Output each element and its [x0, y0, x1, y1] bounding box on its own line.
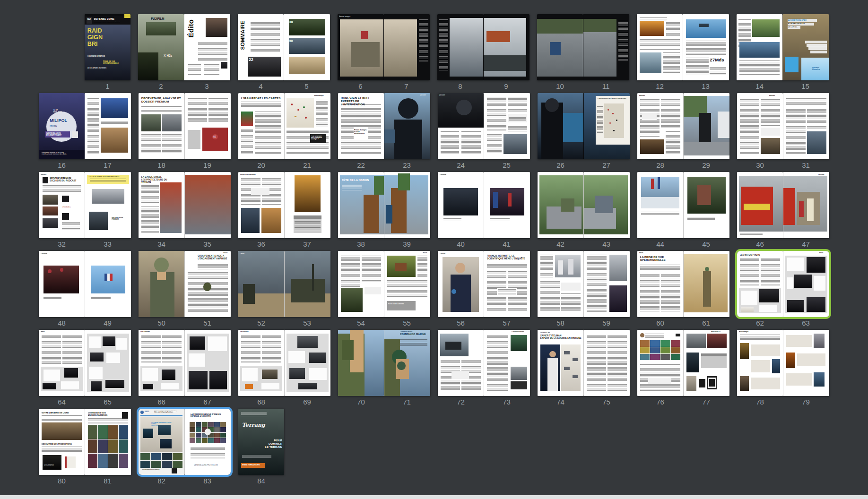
- page-canvas-7[interactable]: [383, 14, 430, 80]
- spread-thumbnail[interactable]: 89: [437, 14, 529, 91]
- page-canvas-57[interactable]: FRANCIS HERMITTE, LE SCIENTIFIQUE MÈNE L…: [484, 251, 530, 317]
- page-canvas-71[interactable]: Commando devenirCOMMANDO MARINE: [384, 330, 430, 396]
- page-canvas-1[interactable]: DZDEFENSE ZONEAU CŒUR DES FORCES ARMÉES …: [85, 14, 130, 80]
- sheet[interactable]: Rencontre DZXAVIER TYTELMAN EXPERT DE LA…: [538, 330, 630, 396]
- sheet[interactable]: Commando devenirCOMMANDO MARINE: [338, 330, 430, 396]
- page-canvas-46[interactable]: [737, 172, 783, 238]
- sheet[interactable]: Portfolio: [39, 251, 131, 317]
- sheet[interactable]: 14 17 NOV. 2023MILIPOLPARISINSCRIVEZ-VOU…: [39, 93, 131, 159]
- spread-thumbnail[interactable]: 4445: [637, 172, 729, 249]
- page-canvas-45[interactable]: [683, 172, 729, 238]
- page-canvas-54[interactable]: [338, 251, 384, 317]
- page-canvas-40[interactable]: Portfolio: [438, 172, 484, 238]
- page-canvas-64[interactable]: Matos: [39, 330, 85, 396]
- page-canvas-66[interactable]: Les caméras: [139, 330, 184, 396]
- page-canvas-82[interactable]: EIZOExpert in Rugged Graphics, Monitors,…: [139, 409, 184, 475]
- spread-thumbnail[interactable]: Revue images67: [338, 14, 430, 91]
- page-canvas-50[interactable]: [139, 251, 184, 317]
- spread-thumbnail[interactable]: FUJIFILMX-H2sÉdito23: [138, 14, 230, 91]
- sheet[interactable]: SOMMAIRE223850: [238, 14, 330, 80]
- spread-thumbnail[interactable]: DÉCRYPTAGE, ANALYSE ET DOSSIER PREMIUMDZ…: [139, 93, 231, 170]
- page-canvas-39[interactable]: [384, 172, 430, 238]
- page-canvas-48[interactable]: Portfolio: [39, 251, 85, 317]
- page-canvas-20[interactable]: L'IRAN REBAT LES CARTES: [238, 93, 284, 159]
- spread-thumbnail[interactable]: Rencontre DZ7677: [637, 330, 729, 406]
- sheet[interactable]: [538, 172, 630, 238]
- sheet[interactable]: Dossier: [737, 93, 829, 159]
- sheet[interactable]: Focus: [238, 251, 330, 317]
- spread-thumbnail[interactable]: NOTRE LIBRAIRIE EN LIGNEDÉCOUVREZ NOS PR…: [39, 409, 131, 485]
- spread-thumbnail[interactable]: DossierÉPISODES PREMIUM EXCLUSIFS DU POD…: [39, 172, 131, 249]
- spread-thumbnail[interactable]: Portfolio4849: [39, 251, 131, 327]
- page-canvas-43[interactable]: [583, 172, 630, 238]
- sheet[interactable]: Revue images: [338, 14, 430, 80]
- page-canvas-25[interactable]: [484, 93, 530, 159]
- sheet[interactable]: [537, 14, 629, 80]
- page-canvas-16[interactable]: 14 17 NOV. 2023MILIPOLPARISINSCRIVEZ-VOU…: [39, 93, 85, 159]
- sheet[interactable]: FocusMONTÉE EN GAMME: [338, 251, 430, 317]
- page-canvas-10[interactable]: [537, 14, 583, 80]
- page-canvas-15[interactable]: AVOIR ÉTÉ EN OPEXET NE PAS PROFITERDE LA…: [782, 14, 829, 80]
- page-canvas-18[interactable]: DÉCRYPTAGE, ANALYSE ET DOSSIER PREMIUM: [139, 93, 184, 159]
- spread-thumbnail[interactable]: FÊTE DE LA NATION3839: [338, 172, 430, 249]
- spread-thumbnail[interactable]: EIZOExpert in Rugged Graphics, Monitors,…: [139, 409, 231, 485]
- spread-thumbnail[interactable]: SOMMAIRE22385045: [238, 14, 330, 91]
- page-canvas-81[interactable]: COMMANDEZ NOS ANCIENS NUMÉROS: [85, 409, 131, 475]
- page-canvas-56[interactable]: Portrait: [438, 251, 484, 317]
- page-canvas-24[interactable]: Dossier: [438, 93, 484, 159]
- sheet[interactable]: DÉCRYPTAGE, ANALYSE ET DOSSIER PREMIUMDZ: [139, 93, 231, 159]
- page-canvas-79[interactable]: [783, 330, 829, 396]
- page-canvas-14[interactable]: [737, 14, 782, 80]
- sheet[interactable]: Revue internationale: [238, 172, 330, 238]
- page-canvas-23[interactable]: Dossier: [384, 93, 430, 159]
- spread-thumbnail[interactable]: Dossier2829: [637, 93, 729, 170]
- sheet[interactable]: Bibliothèque: [737, 330, 829, 396]
- page-canvas-37[interactable]: [284, 172, 330, 238]
- spread-thumbnail[interactable]: Commando devenir7273: [438, 330, 530, 406]
- page-canvas-17[interactable]: [85, 93, 131, 159]
- sheet[interactable]: DZDEFENSE ZONEAU CŒUR DES FORCES ARMÉES …: [85, 14, 130, 80]
- page-canvas-38[interactable]: FÊTE DE LA NATION: [338, 172, 384, 238]
- sheet-selected-blue[interactable]: EIZOExpert in Rugged Graphics, Monitors,…: [139, 409, 231, 475]
- page-canvas-28[interactable]: Dossier: [637, 93, 683, 159]
- sheet[interactable]: 27Mds: [637, 14, 729, 80]
- page-thumbnail[interactable]: TerrangPOUR DOMINER LE TERRAINWWW.TERRAN…: [238, 409, 284, 485]
- sheet[interactable]: Positionnement des unités d'intervention: [538, 93, 630, 159]
- sheet[interactable]: Dossier: [637, 93, 729, 159]
- spread-thumbnail[interactable]: 5859: [538, 251, 630, 327]
- page-canvas-12[interactable]: [637, 14, 683, 80]
- page-canvas-8[interactable]: [437, 14, 483, 80]
- page-canvas-4[interactable]: SOMMAIRE22: [238, 14, 284, 80]
- page-canvas-30[interactable]: Dossier: [737, 93, 783, 159]
- page-canvas-33[interactable]: « OFFRE SPÉCIALE NOUVEAUX ABONNÉS »DÉFEN…: [85, 172, 131, 238]
- sheet[interactable]: [637, 172, 729, 238]
- sheet[interactable]: Les drones: [238, 330, 330, 396]
- spread-thumbnail[interactable]: Matos6465: [39, 330, 131, 406]
- page-canvas-27[interactable]: Positionnement des unités d'intervention: [583, 93, 630, 159]
- spread-thumbnail[interactable]: Positionnement des unités d'intervention…: [538, 93, 630, 170]
- page-thumbnail[interactable]: DZDEFENSE ZONEAU CŒUR DES FORCES ARMÉES …: [85, 14, 130, 91]
- spread-thumbnail[interactable]: Les drones6869: [238, 330, 330, 406]
- spread-thumbnail[interactable]: FocusGROUPEMENT D'AIDE À L'ENGAGEMENT AM…: [139, 251, 231, 327]
- page-canvas-19[interactable]: DZ: [184, 93, 231, 159]
- sheet[interactable]: FocusGROUPEMENT D'AIDE À L'ENGAGEMENT AM…: [139, 251, 231, 317]
- spread-thumbnail[interactable]: 27Mds1213: [637, 14, 729, 91]
- page-canvas-31[interactable]: [783, 93, 829, 159]
- page-canvas-53[interactable]: [284, 251, 330, 317]
- page-canvas-3[interactable]: Édito: [184, 14, 230, 80]
- sheet[interactable]: DossierÉPISODES PREMIUM EXCLUSIFS DU POD…: [39, 172, 131, 238]
- page-canvas-49[interactable]: [85, 251, 131, 317]
- page-canvas-32[interactable]: DossierÉPISODES PREMIUM EXCLUSIFS DU POD…: [39, 172, 85, 238]
- page-canvas-77[interactable]: Rencontre DZ: [683, 330, 729, 396]
- spread-thumbnail[interactable]: LES MATOS PHOTOMatos6263: [737, 251, 829, 327]
- sheet[interactable]: FUJIFILMX-H2sÉdito: [138, 14, 230, 80]
- page-canvas-55[interactable]: FocusMONTÉE EN GAMME: [384, 251, 430, 317]
- spread-thumbnail[interactable]: 4243: [538, 172, 630, 249]
- page-canvas-75[interactable]: [583, 330, 630, 396]
- spread-thumbnail[interactable]: Focus5253: [238, 251, 330, 327]
- page-canvas-36[interactable]: Revue internationale: [238, 172, 284, 238]
- page-canvas-78[interactable]: Bibliothèque: [737, 330, 783, 396]
- page-canvas-70[interactable]: [338, 330, 384, 396]
- spread-thumbnail[interactable]: LA GARDE SUISSE LES PROTECTEURS DU VATIC…: [139, 172, 231, 249]
- sheet[interactable]: MatosLA PRISE DE VUE OPÉRATIONNELLE: [637, 251, 729, 317]
